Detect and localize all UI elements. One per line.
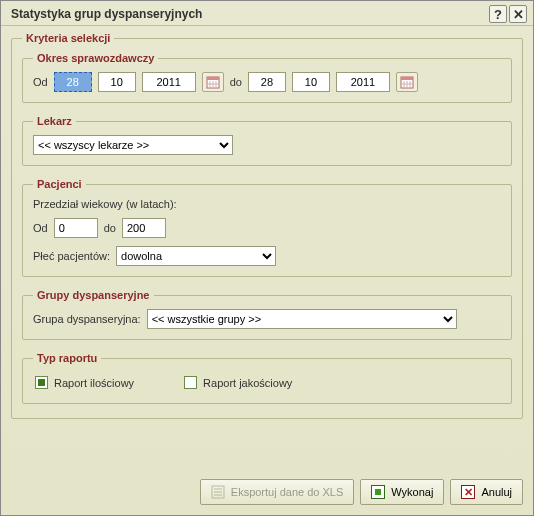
report-quantitative-checkbox[interactable]: Raport ilościowy <box>35 376 134 389</box>
export-icon <box>211 485 225 499</box>
gender-select[interactable]: dowolna <box>116 246 276 266</box>
cancel-button[interactable]: ✕ Anuluj <box>450 479 523 505</box>
period-from-day[interactable]: 28 <box>54 72 92 92</box>
age-from-input[interactable] <box>54 218 98 238</box>
period-from-year[interactable] <box>142 72 196 92</box>
svg-rect-1 <box>207 77 219 80</box>
patients-fieldset: Pacjenci Przedział wiekowy (w latach): O… <box>22 178 512 277</box>
report-qualitative-checkbox[interactable]: Raport jakościowy <box>184 376 292 389</box>
doctor-select[interactable]: << wszyscy lekarze >> <box>33 135 233 155</box>
groups-fieldset: Grupy dyspanseryjne Grupa dyspanseryjna:… <box>22 289 512 340</box>
period-legend: Okres sprawozdawczy <box>33 52 158 64</box>
age-to-input[interactable] <box>122 218 166 238</box>
checkbox-icon <box>184 376 197 389</box>
group-select[interactable]: << wszystkie grupy >> <box>147 309 457 329</box>
criteria-fieldset: Kryteria selekcji Okres sprawozdawczy Od… <box>11 32 523 419</box>
period-to-calendar-button[interactable] <box>396 72 418 92</box>
criteria-legend: Kryteria selekcji <box>22 32 114 44</box>
doctor-legend: Lekarz <box>33 115 76 127</box>
period-from-month[interactable] <box>98 72 136 92</box>
svg-rect-7 <box>401 77 413 80</box>
dialog-body: Kryteria selekcji Okres sprawozdawczy Od… <box>1 26 533 437</box>
calendar-icon <box>206 75 220 89</box>
period-to-year[interactable] <box>336 72 390 92</box>
dialog-window: Statystyka grup dyspanseryjnych ? ✕ Kryt… <box>0 0 534 516</box>
run-button[interactable]: Wykonaj <box>360 479 444 505</box>
report-type-legend: Typ raportu <box>33 352 101 364</box>
doctor-fieldset: Lekarz << wszyscy lekarze >> <box>22 115 512 166</box>
period-to-label: do <box>230 76 242 88</box>
period-fieldset: Okres sprawozdawczy Od 28 do <box>22 52 512 103</box>
run-icon <box>371 485 385 499</box>
close-button[interactable]: ✕ <box>509 5 527 23</box>
gender-label: Płeć pacjentów: <box>33 250 110 262</box>
groups-legend: Grupy dyspanseryjne <box>33 289 154 301</box>
patients-legend: Pacjenci <box>33 178 86 190</box>
calendar-icon <box>400 75 414 89</box>
export-xls-label: Eksportuj dane do XLS <box>231 486 344 498</box>
export-xls-button: Eksportuj dane do XLS <box>200 479 355 505</box>
period-from-calendar-button[interactable] <box>202 72 224 92</box>
run-label: Wykonaj <box>391 486 433 498</box>
period-row: Od 28 do <box>33 72 501 92</box>
report-type-fieldset: Typ raportu Raport ilościowy Raport jako… <box>22 352 512 404</box>
titlebar: Statystyka grup dyspanseryjnych ? ✕ <box>1 1 533 26</box>
cancel-label: Anuluj <box>481 486 512 498</box>
report-quantitative-label: Raport ilościowy <box>54 377 134 389</box>
group-label: Grupa dyspanseryjna: <box>33 313 141 325</box>
dialog-footer: Eksportuj dane do XLS Wykonaj ✕ Anuluj <box>1 471 533 515</box>
age-from-label: Od <box>33 222 48 234</box>
checkbox-icon <box>35 376 48 389</box>
cancel-icon: ✕ <box>461 485 475 499</box>
period-to-day[interactable] <box>248 72 286 92</box>
period-from-label: Od <box>33 76 48 88</box>
period-to-month[interactable] <box>292 72 330 92</box>
help-button[interactable]: ? <box>489 5 507 23</box>
report-qualitative-label: Raport jakościowy <box>203 377 292 389</box>
age-range-label: Przedział wiekowy (w latach): <box>33 198 177 210</box>
age-to-label: do <box>104 222 116 234</box>
window-title: Statystyka grup dyspanseryjnych <box>11 7 487 21</box>
